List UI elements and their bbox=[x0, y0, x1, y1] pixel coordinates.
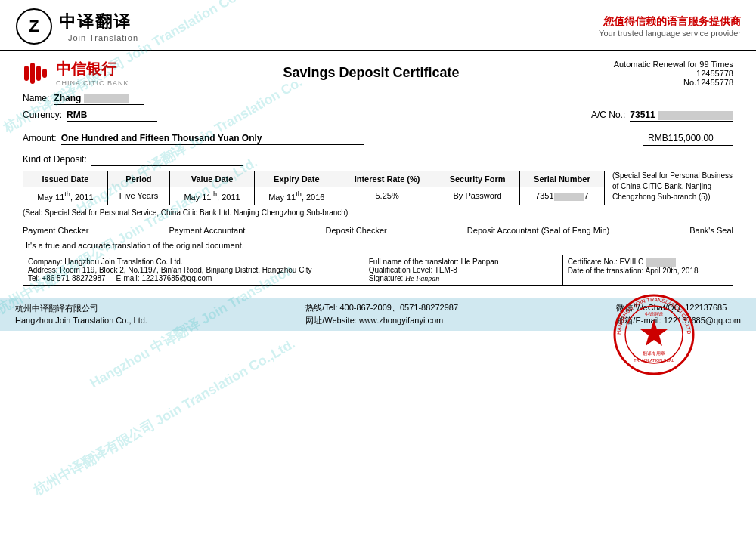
bank-header: 中信银行 CHINA CITIC BANK Savings Deposit Ce… bbox=[23, 59, 733, 87]
currency-field: Currency: RMB bbox=[23, 110, 157, 122]
header-tagline-en: Your trusted language service provider bbox=[599, 29, 741, 38]
name-row: Name: Zhang bbox=[23, 93, 733, 105]
deposit-kind-row: Kind of Deposit: bbox=[23, 154, 733, 166]
svg-text:中译翻译: 中译翻译 bbox=[645, 312, 663, 316]
name-label: Name: bbox=[23, 93, 49, 103]
svg-text:TRANSLATION SEAL: TRANSLATION SEAL bbox=[634, 358, 674, 363]
stamp-container: HANGZHOU JOIN TRANSLATION CO.,LTD. 翻译专用章… bbox=[612, 293, 696, 378]
table-wrapper: Issued Date Period Value Date Expiry Dat… bbox=[23, 171, 733, 223]
amount-label: Amount: bbox=[23, 133, 57, 144]
svg-text:Z: Z bbox=[29, 17, 39, 35]
td-value-date: May 11th, 2011 bbox=[170, 187, 255, 205]
info-row: Company: Hangzhou Join Translation Co.,L… bbox=[23, 255, 733, 285]
deposit-kind-value bbox=[91, 154, 243, 166]
th-serial-number: Serial Number bbox=[519, 171, 604, 187]
deposit-checker: Deposit Checker bbox=[325, 226, 386, 235]
bank-logo-area: 中信银行 CHINA CITIC BANK bbox=[23, 59, 129, 87]
bank-name: 中信银行 CHINA CITIC BANK bbox=[56, 59, 129, 87]
bank-seal: Bank's Seal bbox=[689, 226, 733, 235]
currency-value: RMB bbox=[67, 110, 157, 122]
bank-name-en: CHINA CITIC BANK bbox=[56, 79, 129, 87]
td-period: Five Years bbox=[107, 187, 169, 205]
signature-value: He Panpan bbox=[405, 274, 439, 282]
document-body: 中信银行 CHINA CITIC BANK Savings Deposit Ce… bbox=[0, 51, 756, 298]
amount-value: One Hundred and Fifteen Thousand Yuan On… bbox=[61, 133, 364, 145]
translator-details: Full name of the translator: He Panpan Q… bbox=[364, 255, 562, 285]
ac-field: A/C No.: 73511 bbox=[591, 110, 733, 122]
doc-title: Savings Deposit Certificate bbox=[129, 65, 614, 81]
svg-rect-5 bbox=[42, 69, 47, 78]
cert-no-prefix: 12455778 bbox=[614, 69, 733, 78]
svg-rect-4 bbox=[36, 66, 41, 81]
th-issued-date: Issued Date bbox=[23, 171, 108, 187]
deposit-kind-label: Kind of Deposit: bbox=[23, 154, 87, 165]
logo-cn: 中译翻译 bbox=[59, 11, 147, 33]
cert-no-row: Certificate No.: EVIII C bbox=[568, 258, 728, 267]
company-email: E-mail: 122137685@qq.com bbox=[116, 274, 212, 282]
table-main: Issued Date Period Value Date Expiry Dat… bbox=[23, 171, 605, 223]
company-address: Address: Room 119, Block 2, No.1197, Bin… bbox=[28, 266, 359, 274]
cert-no-redacted bbox=[646, 258, 676, 267]
header-right: 您值得信赖的语言服务提供商 Your trusted language serv… bbox=[599, 15, 741, 38]
footer-website: 网址/Website: www.zhongyifanyi.com bbox=[305, 315, 458, 326]
svg-text:翻译专用章: 翻译专用章 bbox=[643, 350, 665, 356]
td-security-form: By Password bbox=[435, 187, 519, 205]
header-tagline-cn: 您值得信赖的语言服务提供商 bbox=[599, 15, 741, 29]
official-stamp: HANGZHOU JOIN TRANSLATION CO.,LTD. 翻译专用章… bbox=[612, 293, 696, 376]
signature-row: Signature: He Panpan bbox=[369, 274, 558, 282]
currency-ac-row: Currency: RMB A/C No.: 73511 bbox=[23, 110, 733, 126]
th-value-date: Value Date bbox=[170, 171, 255, 187]
td-expiry-date: May 11th, 2016 bbox=[254, 187, 339, 205]
translator-name-row: Full name of the translator: He Panpan bbox=[369, 258, 558, 266]
seal-note: (Seal: Special Seal for Personal Service… bbox=[23, 208, 605, 217]
signatories-row: Payment Checker Payment Accountant Depos… bbox=[23, 226, 733, 235]
ac-label: A/C No.: bbox=[591, 110, 625, 120]
footer-org-en: Hangzhou Join Translation Co., Ltd. bbox=[15, 316, 147, 325]
th-interest-rate: Interest Rate (%) bbox=[339, 171, 435, 187]
bank-logo-icon bbox=[23, 60, 50, 87]
currency-label: Currency: bbox=[23, 110, 62, 120]
header: Z 中译翻译 —Join Translation— 您值得信赖的语言服务提供商 … bbox=[0, 0, 756, 51]
renewal-info: Automatic Renewal for 99 Times bbox=[614, 60, 733, 69]
logo-left: Z 中译翻译 —Join Translation— bbox=[15, 8, 147, 45]
cert-no: No.12455778 bbox=[614, 78, 733, 87]
td-issued-date: May 11th, 2011 bbox=[23, 187, 108, 205]
company-details: Company: Hangzhou Join Translation Co.,L… bbox=[23, 255, 364, 285]
amount-field: Amount: One Hundred and Fifteen Thousand… bbox=[23, 133, 364, 145]
deposit-table: Issued Date Period Value Date Expiry Dat… bbox=[23, 171, 605, 205]
cert-details: Certificate No.: EVIII C Date of the tra… bbox=[562, 255, 733, 285]
footer-hotline: 热线/Tel: 400-867-2009、0571-88272987 bbox=[305, 302, 458, 313]
svg-rect-3 bbox=[30, 63, 35, 84]
payment-checker: Payment Checker bbox=[23, 226, 88, 235]
ac-value: 73511 bbox=[630, 110, 733, 122]
svg-marker-8 bbox=[640, 319, 668, 346]
amount-rmb-field: RMB115,000.00 bbox=[643, 131, 733, 146]
logo-en: —Join Translation— bbox=[59, 33, 147, 42]
company-info-table: Company: Hangzhou Join Translation Co.,L… bbox=[23, 255, 733, 286]
td-interest-rate: 5.25% bbox=[339, 187, 435, 205]
th-security-form: Security Form bbox=[435, 171, 519, 187]
footer-org-cn: 杭州中译翻译有限公司 bbox=[15, 303, 147, 314]
translation-date: Date of the translation: April 20th, 201… bbox=[568, 267, 728, 275]
td-serial-number: 73517 bbox=[519, 187, 604, 205]
svg-rect-2 bbox=[24, 66, 29, 81]
bank-name-cn: 中信银行 bbox=[56, 59, 129, 79]
table-header-row: Issued Date Period Value Date Expiry Dat… bbox=[23, 171, 605, 187]
deposit-accountant: Deposit Accountant (Seal of Fang Min) bbox=[467, 226, 609, 235]
table-row: May 11th, 2011 Five Years May 11th, 2011… bbox=[23, 187, 605, 205]
amount-row: Amount: One Hundred and Fifteen Thousand… bbox=[23, 131, 733, 150]
payment-accountant: Payment Accountant bbox=[169, 226, 246, 235]
accuracy-note: It's a true and accurate translation of … bbox=[23, 241, 733, 250]
qualification-row: Qualification Level: TEM-8 bbox=[369, 266, 558, 274]
doc-meta: Automatic Renewal for 99 Times 12455778 … bbox=[614, 60, 733, 87]
footer-contact: 热线/Tel: 400-867-2009、0571-88272987 网址/We… bbox=[305, 302, 458, 326]
name-value: Zhang bbox=[54, 93, 144, 105]
logo-icon: Z bbox=[15, 8, 53, 45]
th-expiry-date: Expiry Date bbox=[254, 171, 339, 187]
th-period: Period bbox=[107, 171, 169, 187]
company-tel: Tel: +86 571-88272987 bbox=[28, 274, 106, 282]
company-tel-email: Tel: +86 571-88272987 E-mail: 122137685@… bbox=[28, 274, 359, 282]
special-seal-text: (Special Seal for Personal Business of C… bbox=[612, 171, 733, 223]
footer-org: 杭州中译翻译有限公司 Hangzhou Join Translation Co.… bbox=[15, 303, 147, 325]
logo-text: 中译翻译 —Join Translation— bbox=[59, 11, 147, 42]
